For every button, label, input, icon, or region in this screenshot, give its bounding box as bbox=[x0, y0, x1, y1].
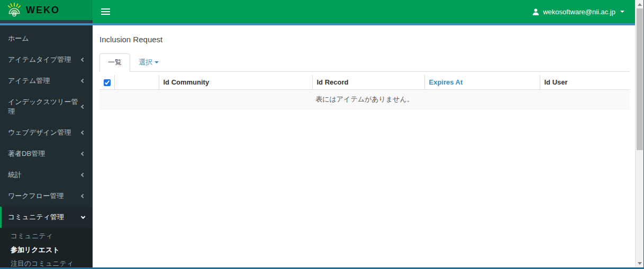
sidebar-item-authordb-admin[interactable]: 著者DB管理 bbox=[0, 143, 93, 164]
arrow-up-icon bbox=[638, 3, 642, 6]
user-email-label: wekosoftware@nii.ac.jp bbox=[543, 8, 615, 16]
sidebar-item-home[interactable]: ホーム bbox=[0, 28, 93, 49]
scrollbar-thumb[interactable] bbox=[637, 8, 643, 150]
sidebar-item-community-admin[interactable]: コミュニティ管理 bbox=[0, 207, 93, 228]
chevron-down-icon bbox=[620, 11, 624, 13]
arrow-down-icon bbox=[638, 262, 642, 265]
user-account-menu[interactable]: wekosoftware@nii.ac.jp bbox=[529, 0, 628, 23]
column-header-blank bbox=[114, 75, 159, 90]
sidebar-item-webdesign-admin[interactable]: ウェブデザイン管理 bbox=[0, 122, 93, 143]
top-navbar: wekosoftware@nii.ac.jp bbox=[0, 0, 635, 23]
sidebar-item-indextree-admin[interactable]: インデックスツリー管理 bbox=[0, 91, 93, 122]
hamburger-icon bbox=[101, 8, 110, 10]
empty-table-row: 表にはアイテムがありません。 bbox=[99, 90, 630, 109]
community-admin-submenu: コミュニティ 参加リクエスト 注目のコミュニティ bbox=[0, 228, 93, 269]
chevron-left-icon bbox=[81, 194, 85, 198]
scroll-up-button[interactable] bbox=[636, 0, 644, 8]
chevron-left-icon bbox=[81, 131, 85, 135]
hamburger-icon bbox=[101, 11, 110, 12]
inclusion-request-table: Id Community Id Record Expires At Id Use… bbox=[99, 75, 630, 109]
brand-logo[interactable]: WEKO bbox=[0, 0, 93, 20]
column-header-id-record: Id Record bbox=[312, 75, 424, 90]
column-header-expires-at-sort[interactable]: Expires At bbox=[424, 75, 540, 90]
chevron-left-icon bbox=[81, 58, 85, 62]
weko-admin-page: wekosoftware@nii.ac.jp WEKO ホーム アイ bbox=[0, 0, 644, 269]
chevron-left-icon bbox=[81, 79, 85, 83]
sidebar-item-workflow-admin[interactable]: ワークフロー管理 bbox=[0, 185, 93, 207]
tab-bar: 一覧 選択 bbox=[99, 53, 630, 72]
chevron-down-icon bbox=[155, 61, 159, 63]
select-all-checkbox[interactable] bbox=[104, 79, 111, 86]
sidebar-item-itemtype-admin[interactable]: アイテムタイプ管理 bbox=[0, 49, 93, 70]
select-all-header-cell bbox=[99, 75, 114, 90]
scroll-down-button[interactable] bbox=[636, 259, 644, 267]
empty-table-message: 表にはアイテムがありません。 bbox=[99, 90, 630, 109]
sidebar-toggle-button[interactable] bbox=[101, 6, 114, 17]
column-header-id-user: Id User bbox=[540, 75, 630, 90]
sidebar-nav: ホーム アイテムタイプ管理 アイテム管理 インデックスツリー管理 ウェブデザイン… bbox=[0, 25, 93, 269]
brand-name: WEKO bbox=[26, 5, 60, 16]
chevron-down-icon bbox=[81, 214, 85, 218]
chevron-left-icon bbox=[81, 152, 85, 156]
tab-select-dropdown[interactable]: 選択 bbox=[130, 53, 167, 71]
weko-logo-icon bbox=[7, 2, 22, 18]
page-title: Inclusion Request bbox=[99, 35, 630, 44]
user-icon bbox=[532, 8, 540, 16]
column-header-id-community: Id Community bbox=[159, 75, 312, 90]
chevron-left-icon bbox=[81, 105, 85, 109]
vertical-scrollbar[interactable] bbox=[635, 0, 644, 269]
sidebar-item-statistics[interactable]: 統計 bbox=[0, 164, 93, 185]
table-header-row: Id Community Id Record Expires At Id Use… bbox=[99, 75, 630, 90]
tab-list[interactable]: 一覧 bbox=[99, 53, 130, 72]
chevron-left-icon bbox=[81, 173, 85, 177]
hamburger-icon bbox=[101, 14, 110, 15]
main-content: Inclusion Request 一覧 選択 Id Community bbox=[93, 25, 635, 269]
sidebar-item-item-admin[interactable]: アイテム管理 bbox=[0, 70, 93, 91]
submenu-item-inclusion-request[interactable]: 参加リクエスト bbox=[0, 243, 93, 257]
submenu-item-community[interactable]: コミュニティ bbox=[0, 229, 93, 243]
